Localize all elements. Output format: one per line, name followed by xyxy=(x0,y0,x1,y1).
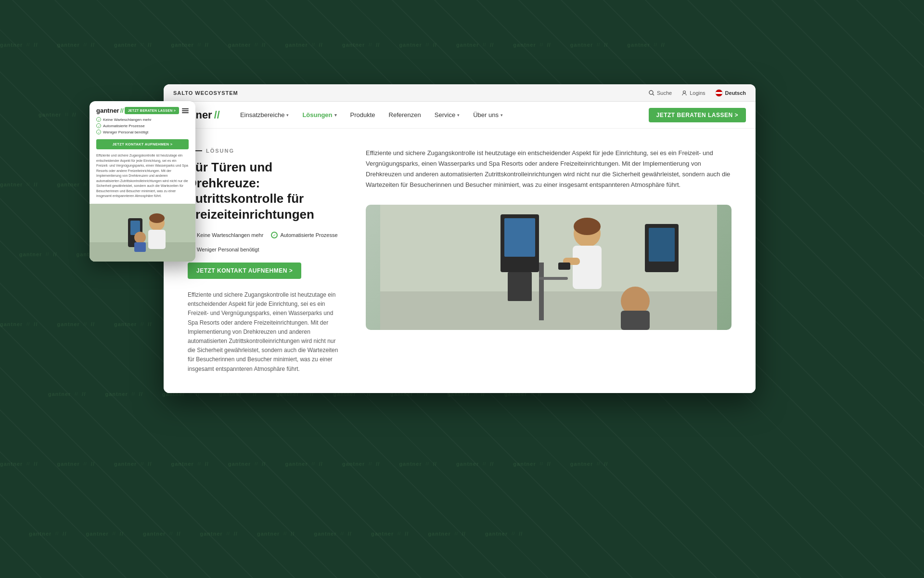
svg-point-0 xyxy=(649,91,653,94)
card-cta-full-button[interactable]: JETZT KONTAKT AUFNEHMEN > xyxy=(96,139,189,149)
svg-rect-18 xyxy=(649,228,675,262)
card-image-svg xyxy=(90,204,195,262)
top-bar: SALTO WECOSYSTEM Suche Logins Deutsch xyxy=(164,84,756,102)
body-text: Effiziente und sichere Zugangskontrolle … xyxy=(188,290,342,374)
nav-cta-button[interactable]: JETZT BERATEN LASSEN > xyxy=(649,108,746,122)
main-image xyxy=(366,205,732,330)
chevron-down-icon: ▾ xyxy=(334,113,337,118)
main-image-svg xyxy=(366,205,732,330)
right-body-text: Effiziente und sichere Zugangskontrolle … xyxy=(366,148,732,190)
features-list: ✓ Keine Warteschlangen mehr ✓ Automatisi… xyxy=(188,232,342,253)
nav-item-einsatzbereiche[interactable]: Einsatzbereiche ▾ xyxy=(234,108,295,121)
nav-item-service[interactable]: Service ▾ xyxy=(429,108,465,121)
card-cta-container: JETZT KONTAKT AUFNEHMEN > xyxy=(90,139,195,153)
nav-item-label: Lösungen xyxy=(302,111,332,118)
card-features-list: ✓ Keine Warteschlangen mehr ✓ Automatisi… xyxy=(90,117,195,139)
browser-window: SALTO WECOSYSTEM Suche Logins Deutsch xyxy=(164,84,756,393)
chevron-down-icon: ▾ xyxy=(457,113,460,118)
card-feature-label-3: Weniger Personal benötigt xyxy=(103,130,148,134)
content-layout: LÖSUNG Für Türen und Drehkreuze: Zutritt… xyxy=(188,148,732,374)
feature-item-1: ✓ Keine Warteschlangen mehr xyxy=(188,232,263,238)
nav-item-loesungen[interactable]: Lösungen ▾ xyxy=(296,108,342,121)
card-body-text: Effiziente und sichere Zugangskontrolle … xyxy=(96,153,189,199)
card-check-icon-1: ✓ xyxy=(96,117,101,122)
card-check-icon-3: ✓ xyxy=(96,130,101,134)
chevron-down-icon: ▾ xyxy=(286,113,289,118)
svg-point-26 xyxy=(134,232,146,243)
logo-slash: // xyxy=(214,109,220,121)
svg-rect-4 xyxy=(380,291,717,330)
label-tag-text: LÖSUNG xyxy=(206,148,234,154)
card-logo-slash: // xyxy=(120,107,124,114)
chevron-down-icon: ▾ xyxy=(500,113,503,118)
watermark-row-1: gantner // gantner // gantner // gantner… xyxy=(0,38,924,52)
card-feature-item-2: ✓ Automatisierte Prozesse xyxy=(96,123,189,128)
card-header: gantner // JETZT BERATEN LASSEN > xyxy=(90,101,195,117)
nav-item-ueber-uns[interactable]: Über uns ▾ xyxy=(467,108,509,121)
nav-item-label: Referenzen xyxy=(389,111,421,118)
card-feature-item-1: ✓ Keine Warteschlangen mehr xyxy=(96,117,189,122)
nav-item-label: Service xyxy=(435,111,455,118)
feature-item-3: ✓ Weniger Personal benötigt xyxy=(188,246,259,253)
nav-item-label: Über uns xyxy=(473,111,499,118)
feature-label-1: Keine Warteschlangen mehr xyxy=(197,232,263,238)
top-bar-right: Suche Logins Deutsch xyxy=(649,89,746,97)
svg-rect-6 xyxy=(504,218,535,257)
card-check-icon-2: ✓ xyxy=(96,123,101,128)
svg-rect-11 xyxy=(558,263,570,270)
card-overlay-window: gantner // JETZT BERATEN LASSEN > ✓ Kein… xyxy=(90,101,195,262)
card-image xyxy=(90,204,195,262)
left-column: LÖSUNG Für Türen und Drehkreuze: Zutritt… xyxy=(188,148,342,374)
feature-label-2: Automatisierte Prozesse xyxy=(280,232,337,238)
svg-rect-27 xyxy=(134,242,146,252)
language-switcher[interactable]: Deutsch xyxy=(715,89,746,97)
svg-line-1 xyxy=(653,94,654,95)
card-feature-label-1: Keine Warteschlangen mehr xyxy=(103,118,152,122)
language-label: Deutsch xyxy=(725,90,746,96)
login-icon xyxy=(681,90,687,96)
login-area[interactable]: Logins xyxy=(681,90,705,96)
svg-rect-15 xyxy=(539,263,544,320)
nav-item-label: Einsatzbereiche xyxy=(240,111,285,118)
search-label: Suche xyxy=(657,90,672,96)
card-body-text-container: Effiziente und sichere Zugangskontrolle … xyxy=(90,153,195,204)
feature-label-3: Weniger Personal benötigt xyxy=(197,247,259,252)
svg-point-12 xyxy=(574,218,601,235)
flag-icon xyxy=(715,89,723,97)
right-column: Effiziente und sichere Zugangskontrolle … xyxy=(366,148,732,330)
search-area[interactable]: Suche xyxy=(649,90,672,96)
svg-rect-14 xyxy=(621,311,650,330)
card-logo-text: gantner xyxy=(96,107,119,114)
card-cta-small-button[interactable]: JETZT BERATEN LASSEN > xyxy=(125,107,180,114)
nav-item-produkte[interactable]: Produkte xyxy=(345,108,381,121)
main-navigation: gantner // Einsatzbereiche ▾ Lösungen ▾ … xyxy=(164,102,756,129)
label-tag: LÖSUNG xyxy=(188,148,342,154)
card-logo[interactable]: gantner // xyxy=(96,107,124,114)
svg-rect-16 xyxy=(539,277,568,280)
search-icon xyxy=(649,90,654,96)
svg-rect-24 xyxy=(148,230,166,249)
hamburger-menu-icon[interactable] xyxy=(182,108,189,113)
card-feature-item-3: ✓ Weniger Personal benötigt xyxy=(96,130,189,134)
check-icon-2: ✓ xyxy=(271,232,278,238)
svg-rect-7 xyxy=(508,272,532,301)
svg-point-25 xyxy=(149,213,165,223)
feature-item-2: ✓ Automatisierte Prozesse xyxy=(271,232,337,238)
nav-item-label: Produkte xyxy=(350,111,375,118)
page-content: LÖSUNG Für Türen und Drehkreuze: Zutritt… xyxy=(164,129,756,393)
watermark-row-8: gantner // gantner // gantner // gantner… xyxy=(29,527,924,540)
nav-items: Einsatzbereiche ▾ Lösungen ▾ Produkte Re… xyxy=(234,108,649,121)
card-feature-label-2: Automatisierte Prozesse xyxy=(103,124,145,128)
nav-item-referenzen[interactable]: Referenzen xyxy=(383,108,427,121)
cta-button[interactable]: JETZT KONTAKT AUFNEHMEN > xyxy=(188,263,301,279)
svg-rect-9 xyxy=(573,246,602,289)
page-title: Für Türen und Drehkreuze: Zutrittskontro… xyxy=(188,159,342,222)
watermark-row-7: gantner // gantner // gantner // gantner… xyxy=(0,457,924,471)
svg-point-2 xyxy=(683,91,686,93)
login-label: Logins xyxy=(690,90,705,96)
brand-label: SALTO WECOSYSTEM xyxy=(173,90,238,96)
